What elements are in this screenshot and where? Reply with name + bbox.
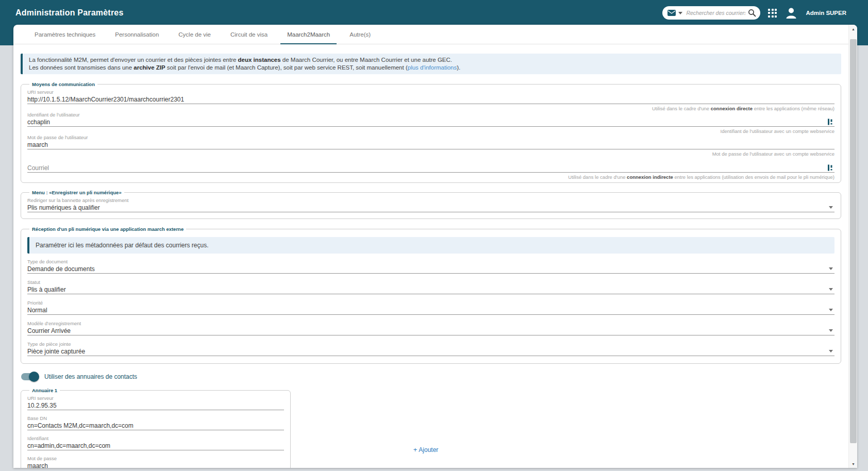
annuaires-toggle[interactable] [21,372,39,382]
user-link-icon[interactable] [828,119,833,125]
fieldset-legend: Réception d'un pli numérique via une app… [29,226,186,232]
reception-info-banner: Paramétrer ici les métadonnées par défau… [27,237,834,254]
statut-select[interactable]: Statut Plis à qualifier [27,279,834,294]
plus-icon: + [413,446,418,453]
bannette-select-value[interactable]: Plis numériques à qualifier [27,204,834,212]
annuaire-uri-field[interactable]: URI serveur 10.2.95.35 [27,395,284,410]
scroll-up-arrow[interactable]: ▲ [849,25,857,33]
chevron-down-icon[interactable] [678,12,682,14]
scroll-down-arrow[interactable]: ▼ [849,460,857,468]
identifiant-value[interactable]: cchaplin [27,118,834,127]
mail-icon[interactable] [667,10,676,16]
modele-enregistrement-select[interactable]: Modèle d'enregistrement Courrier Arrivée [27,321,834,335]
uri-serveur-hint: Utilisé dans le cadre d'une connexion di… [27,105,834,112]
annuaires-section: Annuaire 1 URI serveur 10.2.95.35 Base D… [21,388,841,468]
courriel-hint: Utilisé dans le cadre d'une connexion in… [27,174,834,180]
caret-down-icon [829,350,833,352]
annuaire-motdepasse-field[interactable]: Mot de passe maarch [27,456,284,468]
annuaires-toggle-row: Utiliser des annuaires de contacts [21,372,841,382]
main-card: Paramètres techniques Personnalisation C… [13,25,857,468]
identifiant-hint: Identifiant de l'utilisateur avec un com… [27,128,834,134]
search-icon[interactable] [748,9,756,17]
add-annuaire-button[interactable]: +Ajouter [413,446,439,453]
settings-content: La fonctionnalité M2M, permet d'envoyer … [13,44,848,468]
tab-autres[interactable]: Autre(s) [340,25,380,44]
search-bar[interactable] [662,6,760,20]
more-info-link[interactable]: plus d'informations [408,64,457,71]
tab-circuit-de-visa[interactable]: Circuit de visa [221,25,277,44]
annuaire-basedn-field[interactable]: Base DN cn=Contacts M2M,dc=maarch,dc=com [27,415,284,430]
uri-serveur-field[interactable]: URI serveur http://10.1.5.12/MaarchCourr… [27,89,834,112]
scrollbar-thumb[interactable] [850,39,857,443]
fieldset-legend: Menu : «Enregistrer un pli numérique» [29,190,124,195]
bannette-select[interactable]: Rediriger sur la bannette après enregist… [27,197,834,212]
fieldset-annuaire-1: Annuaire 1 URI serveur 10.2.95.35 Base D… [21,388,291,468]
email-link-icon[interactable] [828,164,833,171]
tab-bar: Paramètres techniques Personnalisation C… [13,25,848,44]
user-icon[interactable] [784,6,798,20]
vertical-scrollbar[interactable]: ▲ ▼ [848,25,857,468]
caret-down-icon [829,309,833,311]
courriel-placeholder[interactable]: Courriel [27,164,834,173]
header-actions: Admin SUPER [662,6,846,20]
identifiant-field[interactable]: Identifiant de l'utilisateur cchaplin Id… [27,112,834,134]
tab-maarch2maarch[interactable]: Maarch2Maarch [277,25,340,44]
m2m-info-banner: La fonctionnalité M2M, permet d'envoyer … [21,54,841,74]
annuaire-identifiant-field[interactable]: Identifiant cn=admin,dc=maarch,dc=com [27,435,284,450]
page-title: Administration Paramètres [15,8,124,18]
annuaires-toggle-label: Utiliser des annuaires de contacts [44,373,137,380]
active-tab-underline [280,43,337,44]
mot-de-passe-value[interactable]: maarch [27,141,834,149]
caret-down-icon [829,329,833,332]
type-piece-jointe-select[interactable]: Type de pièce jointe Pièce jointe captur… [27,341,834,356]
uri-serveur-value[interactable]: http://10.1.5.12/MaarchCourrier2301/maar… [27,95,834,104]
type-document-select[interactable]: Type de document Demande de documents [27,259,834,274]
tab-personnalisation[interactable]: Personnalisation [105,25,169,44]
user-name[interactable]: Admin SUPER [806,10,846,16]
add-annuaire-slot: +Ajouter [291,388,561,468]
priorite-select[interactable]: Priorité Normal [27,300,834,315]
caret-down-icon [829,288,833,291]
fieldset-legend: Moyens de communication [29,81,97,87]
caret-down-icon [829,267,833,270]
tab-cycle-de-vie[interactable]: Cycle de vie [169,25,221,44]
fieldset-menu-pli-numerique: Menu : «Enregistrer un pli numérique» Re… [21,190,841,219]
mot-de-passe-field[interactable]: Mot de passe de l'utilisateur maarch Mot… [27,134,834,157]
banner-line-2: Les données sont transmises dans une arc… [29,64,835,72]
apps-grid-icon[interactable] [768,9,777,18]
caret-down-icon [829,206,833,209]
search-input[interactable] [686,10,745,16]
tab-parametres-techniques[interactable]: Paramètres techniques [25,25,105,44]
courriel-field[interactable]: Courriel Utilisé dans le cadre d'une con… [27,157,834,180]
mot-de-passe-hint: Mot de passe de l'utilisateur avec un co… [27,150,834,157]
fieldset-reception-pli: Réception d'un pli numérique via une app… [21,226,841,364]
banner-line-1: La fonctionnalité M2M, permet d'envoyer … [29,56,835,64]
app-header: Administration Paramètres Admin SUPER [0,0,868,26]
fieldset-legend: Annuaire 1 [29,388,60,393]
fieldset-moyens-communication: Moyens de communication URI serveur http… [21,81,841,183]
